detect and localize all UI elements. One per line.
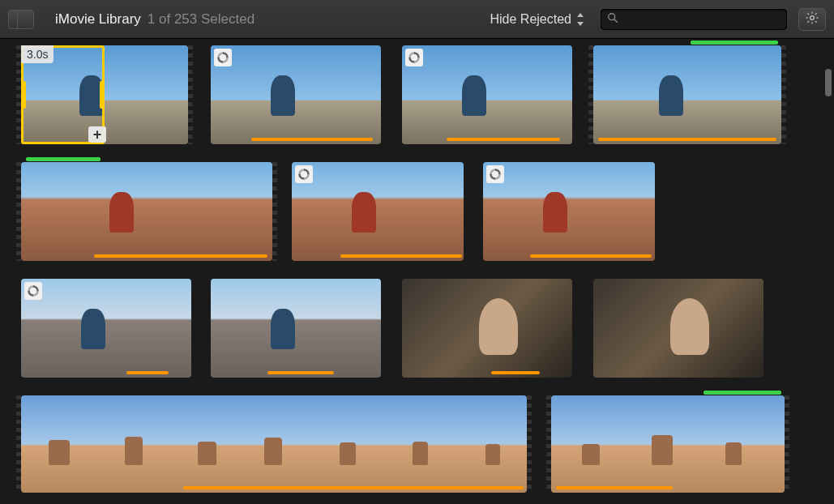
duration-badge: 3.0s	[21, 45, 53, 63]
library-title-area: iMovie Library 1 of 253 Selected	[55, 11, 254, 28]
loading-spinner-icon	[405, 49, 423, 66]
filmstrip-edge-icon	[527, 395, 532, 493]
loading-spinner-icon	[24, 282, 42, 300]
favorite-marker	[26, 157, 101, 161]
filmstrip-edge-icon	[16, 395, 21, 493]
toolbar: iMovie Library 1 of 253 Selected Hide Re…	[0, 0, 834, 39]
svg-line-7	[807, 13, 809, 15]
svg-line-10	[815, 13, 817, 15]
used-marker	[491, 371, 540, 374]
used-marker	[267, 371, 334, 374]
favorite-marker	[704, 391, 781, 395]
used-marker	[556, 486, 673, 489]
clip-thumbnail[interactable]	[211, 279, 381, 378]
filter-dropdown[interactable]: Hide Rejected	[485, 9, 590, 30]
used-marker	[183, 486, 524, 489]
clip-thumbnail[interactable]	[21, 395, 527, 493]
clip-thumbnail[interactable]	[483, 162, 655, 261]
filmstrip-edge-icon	[272, 162, 277, 261]
used-marker	[598, 138, 776, 141]
selection-handle-left[interactable]	[21, 81, 26, 109]
favorite-marker	[691, 41, 778, 45]
filmstrip-edge-icon	[188, 45, 193, 144]
filmstrip-edge-icon	[588, 45, 593, 144]
filter-label: Hide Rejected	[490, 12, 572, 27]
library-title: iMovie Library	[55, 11, 141, 28]
settings-button[interactable]	[798, 8, 826, 31]
loading-spinner-icon	[486, 165, 504, 183]
filmstrip-edge-icon	[16, 162, 21, 261]
svg-point-2	[810, 15, 815, 19]
svg-line-1	[614, 19, 618, 22]
clip-thumbnail[interactable]	[21, 162, 272, 261]
filmstrip-edge-icon	[781, 45, 786, 144]
clip-thumbnail[interactable]	[211, 45, 381, 144]
svg-line-9	[807, 20, 809, 22]
clip-thumbnail[interactable]	[593, 279, 763, 378]
clip-browser: 3.0s+	[0, 39, 834, 504]
used-marker	[530, 254, 652, 258]
clip-thumbnail[interactable]	[593, 45, 781, 144]
clip-thumbnail[interactable]	[292, 162, 464, 261]
gear-icon	[805, 11, 819, 28]
clip-thumbnail[interactable]	[551, 395, 785, 493]
clip-thumbnail[interactable]	[21, 279, 191, 378]
used-marker	[126, 371, 169, 374]
add-to-timeline-button[interactable]: +	[88, 126, 106, 143]
used-marker	[94, 254, 267, 258]
filmstrip-edge-icon	[546, 395, 551, 493]
search-input[interactable]	[623, 13, 781, 25]
used-marker	[340, 254, 462, 258]
used-marker	[251, 138, 373, 141]
loading-spinner-icon	[214, 49, 232, 66]
svg-line-8	[815, 20, 817, 22]
sidebar-toggle-button[interactable]	[8, 10, 34, 29]
chevron-updown-icon	[576, 13, 584, 26]
search-icon	[607, 12, 618, 27]
clip-thumbnail[interactable]: 3.0s+	[21, 45, 188, 144]
filmstrip-edge-icon	[785, 395, 789, 493]
clip-thumbnail[interactable]	[402, 45, 572, 144]
selection-count: 1 of 253 Selected	[148, 11, 254, 28]
scrollbar-thumb[interactable]	[825, 69, 832, 96]
selection-handle-right[interactable]	[100, 81, 105, 109]
clip-thumbnail[interactable]	[402, 279, 572, 378]
used-marker	[447, 138, 560, 141]
search-field[interactable]	[601, 9, 787, 30]
loading-spinner-icon	[295, 165, 313, 183]
